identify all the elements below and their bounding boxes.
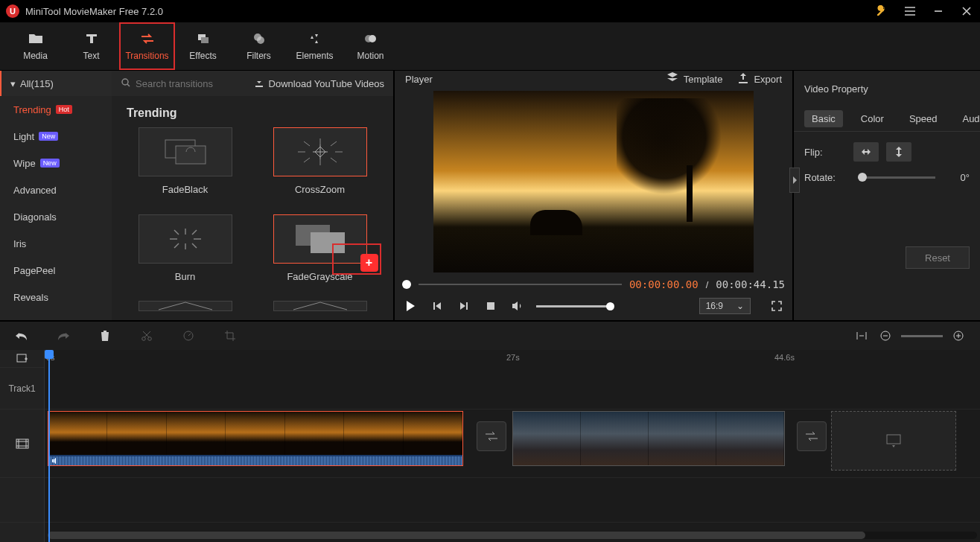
prop-tab-color[interactable]: Color <box>853 110 891 127</box>
video-clip-2[interactable] <box>512 411 785 466</box>
delete-button[interactable] <box>97 328 113 344</box>
tab-label: Filters <box>246 51 271 61</box>
transition-slot-2[interactable] <box>797 421 827 451</box>
close-icon[interactable] <box>959 4 974 19</box>
transitions-icon <box>140 31 155 46</box>
transition-card-extra2[interactable] <box>263 301 377 320</box>
seek-thumb[interactable] <box>402 280 411 289</box>
speed-button[interactable] <box>180 328 197 344</box>
svg-point-3 <box>257 36 264 44</box>
chevron-down-icon: ⌄ <box>736 301 744 311</box>
zoom-in-button[interactable] <box>950 328 967 344</box>
crop-button[interactable] <box>222 328 238 344</box>
undo-button[interactable] <box>13 328 30 344</box>
ruler[interactable]: 0s 27s 44.6s <box>45 350 980 368</box>
transition-card-fadeblack[interactable]: FadeBlack <box>128 127 242 204</box>
filters-icon <box>252 31 267 46</box>
tab-elements[interactable]: Elements <box>287 22 343 70</box>
menu-icon[interactable] <box>903 4 917 19</box>
zoom-out-button[interactable] <box>877 328 894 344</box>
zoom-slider[interactable] <box>901 335 943 337</box>
fullscreen-button[interactable] <box>769 298 785 314</box>
time-total: 00:00:44.15 <box>716 278 785 290</box>
scrollbar-thumb[interactable] <box>48 532 865 539</box>
transition-thumb <box>273 301 367 311</box>
sidebar-item-label: PagePeel <box>13 265 55 276</box>
svg-line-24 <box>192 243 197 248</box>
tab-label: Effects <box>189 51 216 61</box>
chevron-down-icon: ▾ <box>10 78 16 89</box>
sidebar-header[interactable]: ▾ All(115) <box>0 71 112 96</box>
tab-filters[interactable]: Filters <box>231 22 287 70</box>
sidebar-item-trending[interactable]: Trending Hot <box>0 96 112 123</box>
sidebar-item-advanced[interactable]: Advanced <box>0 176 112 203</box>
rotate-slider[interactable] <box>858 176 935 179</box>
flip-vertical-button[interactable] <box>886 142 911 162</box>
seek-track[interactable] <box>419 284 622 285</box>
effects-icon <box>196 31 211 46</box>
transition-label: FadeBlack <box>162 184 208 195</box>
svg-line-23 <box>174 243 179 248</box>
time-current: 00:00:00.00 <box>629 278 699 290</box>
aspect-select[interactable]: 16:9 ⌄ <box>699 298 751 314</box>
minimize-icon[interactable] <box>931 4 946 19</box>
download-videos-button[interactable]: Download YouTube Videos <box>254 77 384 90</box>
tab-media[interactable]: Media <box>7 22 63 70</box>
track-lane-3[interactable] <box>45 478 980 523</box>
prop-tab-audio[interactable]: Audio <box>955 110 980 127</box>
sidebar-item-pagepeel[interactable]: PagePeel <box>0 257 112 284</box>
search-input[interactable] <box>136 78 240 89</box>
text-icon <box>84 31 99 46</box>
sidebar-item-light[interactable]: Light New <box>0 123 112 150</box>
time-sep: / <box>706 279 709 290</box>
track-lane-1[interactable] <box>45 368 980 409</box>
transition-card-fadegrayscale[interactable]: + FadeGrayscale <box>263 214 377 291</box>
ruler-tick: 27s <box>506 353 520 362</box>
export-button[interactable]: Export <box>737 72 782 86</box>
sidebar-item-label: Trending <box>13 104 51 115</box>
volume-slider[interactable] <box>536 305 611 307</box>
timeline-scrollbar[interactable] <box>48 532 977 539</box>
transition-card-burn[interactable]: Burn <box>128 214 242 291</box>
tab-effects[interactable]: Effects <box>175 22 231 70</box>
add-transition-button[interactable]: + <box>360 254 378 272</box>
video-clip-1[interactable] <box>48 411 463 466</box>
volume-button[interactable] <box>509 298 526 314</box>
transition-card-crosszoom[interactable]: CrossZoom <box>263 127 377 204</box>
sidebar-item-reveals[interactable]: Reveals <box>0 284 112 310</box>
sidebar-item-wipe[interactable]: Wipe New <box>0 150 112 176</box>
ruler-tick: 44.6s <box>774 353 795 362</box>
tab-transitions[interactable]: Transitions <box>119 22 175 70</box>
add-track-button[interactable] <box>0 350 44 368</box>
property-title: Video Property <box>794 71 980 106</box>
transition-thumb: + <box>273 214 367 264</box>
tab-motion[interactable]: Motion <box>343 22 398 70</box>
transition-card-extra1[interactable] <box>128 301 242 320</box>
prev-button[interactable] <box>429 298 445 314</box>
fit-button[interactable] <box>853 328 870 344</box>
flip-horizontal-button[interactable] <box>853 142 879 162</box>
cut-button[interactable] <box>139 328 155 344</box>
speaker-icon <box>51 456 60 466</box>
sidebar-item-diagonals[interactable]: Diagonals <box>0 203 112 230</box>
svg-line-22 <box>192 230 197 235</box>
next-button[interactable] <box>456 298 472 314</box>
drop-clip-slot[interactable] <box>831 411 956 471</box>
sidebar-item-iris[interactable]: Iris <box>0 230 112 257</box>
app-title: MiniTool MovieMaker Free 7.2.0 <box>25 6 163 17</box>
key-icon[interactable] <box>874 4 889 19</box>
transition-slot-1[interactable] <box>477 421 506 451</box>
panel-collapse-button[interactable] <box>789 168 800 193</box>
reset-button[interactable]: Reset <box>906 246 970 269</box>
prop-tab-speed[interactable]: Speed <box>902 110 945 127</box>
tab-text[interactable]: Text <box>63 22 119 70</box>
play-button[interactable] <box>402 298 419 314</box>
playhead[interactable] <box>48 350 50 542</box>
redo-button[interactable] <box>55 328 71 344</box>
sidebar-item-label: Diagonals <box>13 211 57 223</box>
prop-tab-basic[interactable]: Basic <box>804 110 843 127</box>
template-button[interactable]: Template <box>666 72 723 86</box>
stop-button[interactable] <box>483 298 499 314</box>
track-lane-video[interactable] <box>45 409 980 478</box>
audio-waveform <box>48 455 462 466</box>
